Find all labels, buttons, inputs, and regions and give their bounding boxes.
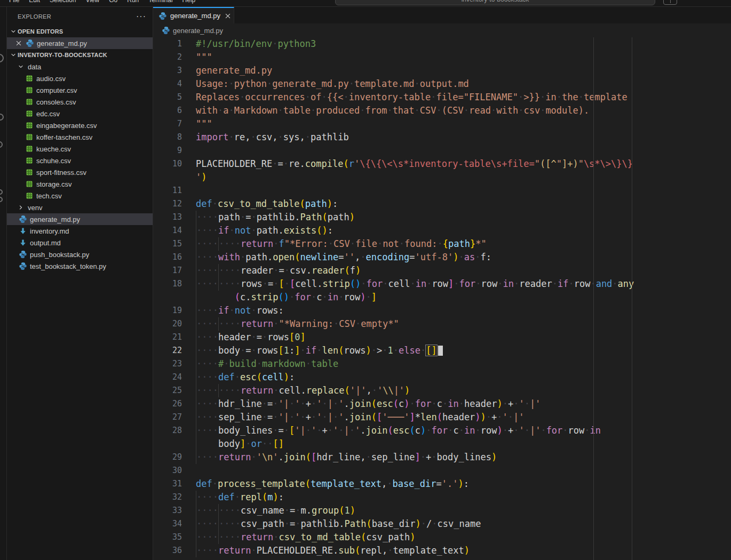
code-line-8[interactable]: 8import·re,·csv,·sys,·pathlib	[153, 131, 731, 144]
layout-toggle-button[interactable]	[663, 0, 677, 5]
code-line-3[interactable]: 3generate_md.py	[153, 64, 731, 77]
code-line-6[interactable]: 6with·a·Markdown·table·produced·from·tha…	[153, 104, 731, 117]
code-line-26[interactable]: 26····hdr_line·=·'|·'·+·'·|·'.join(esc(c…	[153, 397, 731, 411]
code-area[interactable]: 1#!/usr/bin/env·python32"""3generate_md.…	[153, 37, 731, 560]
tree-item-consoles-csv[interactable]: consoles.csv	[7, 96, 153, 108]
code-line-35[interactable]: 35········return·csv_to_md_table(csv_pat…	[153, 531, 731, 544]
menu-item-file[interactable]: File	[5, 0, 23, 5]
code-line-15[interactable]: 15········return·f"*Error:·CSV·file·not·…	[153, 237, 731, 251]
tree-item-test-bookstack-token-py[interactable]: test_bookstack_token.py	[7, 260, 153, 272]
activity-bar-icon-fragment	[0, 114, 4, 121]
python-icon	[26, 39, 34, 47]
section-root-folder[interactable]: INVENTORY-TO-BOOCKSTACK	[7, 49, 153, 61]
code-line-10[interactable]: 10PLACEHOLDER_RE·=·re.compile(r'\{\{\<\s…	[153, 157, 731, 171]
code-line-4[interactable]: 4Usage:·python·generate_md.py·template.m…	[153, 77, 731, 91]
tree-item-label: push_bookstack.py	[30, 251, 89, 259]
tree-item-koffer-taschen-csv[interactable]: koffer-taschen.csv	[7, 131, 153, 143]
code-line-32[interactable]: 32····def·repl(m):	[153, 491, 731, 504]
csv-icon	[25, 168, 34, 177]
line-number: 28	[153, 424, 182, 437]
tree-item-push-bookstack-py[interactable]: push_bookstack.py	[7, 249, 153, 260]
command-center[interactable]: inventory-to-boockstack	[335, 0, 655, 5]
breadcrumb-item[interactable]: generate_md.py	[173, 27, 223, 35]
csv-icon	[25, 86, 34, 94]
code-line-23[interactable]: 23····#·build·markdown·table	[153, 357, 731, 371]
code-line-21[interactable]: 21····header·=·rows[0]	[153, 331, 731, 344]
line-number: 33	[153, 504, 182, 517]
editor-group: generate_md.py generate_md.py 1#!/usr/bi…	[153, 7, 731, 560]
code-line-28[interactable]: 28····body_lines·=·['|·'·+·'·|·'.join(es…	[153, 424, 731, 437]
code-line-27[interactable]: 27····sep_line·=·'|·'·+·'·|·'.join(['───…	[153, 411, 731, 424]
line-number: 21	[153, 331, 182, 344]
line-number: 13	[153, 211, 182, 224]
tree-item-tech-csv[interactable]: tech.csv	[7, 190, 153, 202]
menu-item-view[interactable]: View	[82, 0, 103, 5]
code-line-20[interactable]: 20········return·"*Warning:·CSV·empty*"	[153, 317, 731, 331]
line-number: 20	[153, 317, 182, 331]
section-open-editors[interactable]: OPEN EDITORS	[7, 26, 153, 37]
tree-item-edc-csv[interactable]: edc.csv	[7, 108, 153, 119]
code-line-7[interactable]: 7"""	[153, 117, 731, 131]
menu-item-edit[interactable]: Edit	[25, 0, 44, 5]
tree-item-kueche-csv[interactable]: kueche.csv	[7, 143, 153, 155]
tree-item-data[interactable]: data	[7, 61, 153, 73]
tree-item-label: sport-fitness.csv	[36, 169, 86, 177]
tree-item-eingabegeraete-csv[interactable]: eingabegeraete.csv	[7, 119, 153, 131]
code-line-wrap[interactable]: ')	[153, 171, 731, 184]
code-line-14[interactable]: 14····if·not·path.exists():	[153, 224, 731, 237]
breadcrumb[interactable]: generate_md.py	[153, 23, 731, 37]
tab-label: generate_md.py	[170, 12, 220, 20]
explorer-title: EXPLORER	[18, 13, 51, 20]
code-line-24[interactable]: 24····def·esc(cell):	[153, 371, 731, 384]
code-line-30[interactable]: 30	[153, 464, 731, 477]
menu-item-terminal[interactable]: Terminal	[145, 0, 176, 5]
menu-item-selection[interactable]: Selection	[46, 0, 80, 5]
explorer-actions-button[interactable]: ···	[136, 14, 146, 19]
code-line-22[interactable]: 22····body·=·rows[1:]·if·len(rows)·>·1·e…	[153, 344, 731, 357]
code-line-18[interactable]: 18········rows·=·[·[cell.strip()·for·cel…	[153, 277, 731, 291]
file-tree: dataaudio.csvcomputer.csvconsoles.csvedc…	[7, 61, 153, 272]
code-line-31[interactable]: 31def·process_template(template_text,·ba…	[153, 477, 731, 491]
code-line-33[interactable]: 33········csv_name·=·m.group(1)	[153, 504, 731, 517]
line-number: 6	[153, 104, 182, 117]
open-editor-label: generate_md.py	[37, 39, 87, 47]
code-line-wrap[interactable]: ····body]·or··[]	[153, 437, 731, 451]
code-line-13[interactable]: 13····path·=·pathlib.Path(path)	[153, 211, 731, 224]
close-icon[interactable]	[14, 39, 23, 47]
tree-item-audio-csv[interactable]: audio.csv	[7, 73, 153, 84]
code-line-5[interactable]: 5Replaces·occurrences·of·{{<·inventory-t…	[153, 91, 731, 104]
code-line-9[interactable]: 9	[153, 144, 731, 157]
tree-item-venv[interactable]: venv	[7, 202, 153, 213]
tab-close-icon[interactable]	[224, 12, 232, 20]
code-line-1[interactable]: 1#!/usr/bin/env·python3	[153, 37, 731, 51]
menu-item-run[interactable]: Run	[123, 0, 142, 5]
code-line-wrap[interactable]: ···· (c.strip()·for·c·in·row)·]	[153, 291, 731, 304]
line-number: 16	[153, 251, 182, 264]
line-number: 30	[153, 464, 182, 477]
code-line-34[interactable]: 34········csv_path·=·pathlib.Path(base_d…	[153, 517, 731, 531]
tree-item-computer-csv[interactable]: computer.csv	[7, 84, 153, 96]
tree-item-sport-fitness-csv[interactable]: sport-fitness.csv	[7, 166, 153, 178]
menu-item-help[interactable]: Help	[179, 0, 200, 5]
code-line-25[interactable]: 25········return·cell.replace('|',·'\\|'…	[153, 384, 731, 397]
tree-item-output-md[interactable]: output.md	[7, 237, 153, 249]
tree-item-generate-md-py[interactable]: generate_md.py	[7, 213, 153, 225]
line-number: 26	[153, 397, 182, 411]
tree-item-inventory-md[interactable]: inventory.md	[7, 225, 153, 237]
open-editor-item[interactable]: generate_md.py	[7, 37, 153, 49]
tree-item-schuhe-csv[interactable]: schuhe.csv	[7, 155, 153, 166]
tab-generate-md-py[interactable]: generate_md.py	[153, 7, 234, 23]
code-line-17[interactable]: 17········reader·=·csv.reader(f)	[153, 264, 731, 277]
code-line-29[interactable]: 29····return·'\n'.join([hdr_line,·sep_li…	[153, 451, 731, 464]
code-line-19[interactable]: 19····if·not·rows:	[153, 304, 731, 317]
menu-item-go[interactable]: Go	[105, 0, 121, 5]
code-line-11[interactable]: 11	[153, 184, 731, 197]
code-line-12[interactable]: 12def·csv_to_md_table(path):	[153, 197, 731, 211]
code-line-16[interactable]: 16····with·path.open(newline='',·encodin…	[153, 251, 731, 264]
tree-item-label: data	[28, 63, 41, 71]
code-line-2[interactable]: 2"""	[153, 51, 731, 64]
line-number: 9	[153, 144, 182, 157]
code-line-36[interactable]: 36····return·PLACEHOLDER_RE.sub(repl,·te…	[153, 544, 731, 557]
tree-item-storage-csv[interactable]: storage.csv	[7, 178, 153, 190]
csv-icon	[25, 98, 34, 106]
